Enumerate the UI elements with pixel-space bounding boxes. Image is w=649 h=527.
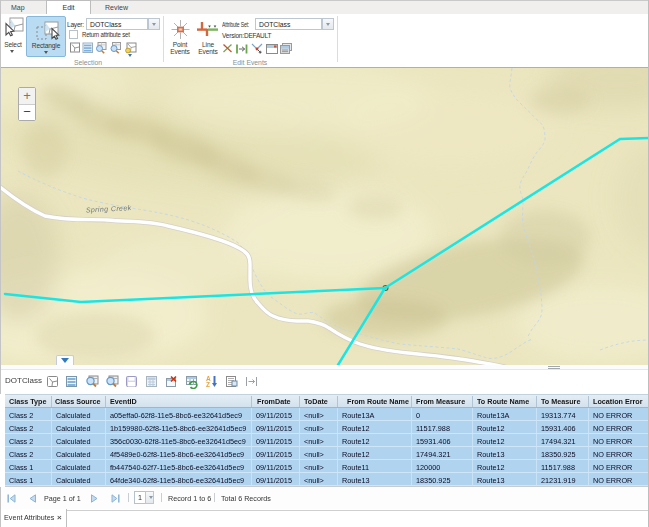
svg-text:Z: Z (206, 381, 210, 388)
